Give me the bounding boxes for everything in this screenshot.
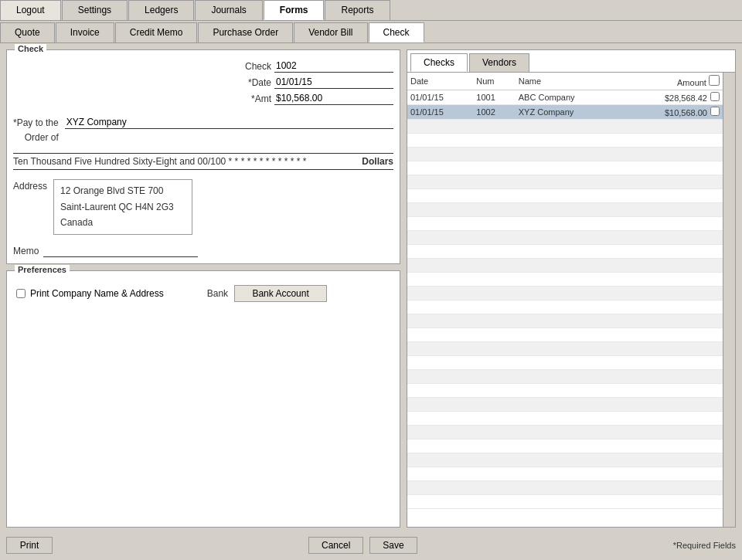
memo-input[interactable] bbox=[43, 246, 198, 257]
empty-row bbox=[407, 134, 723, 148]
bottom-left: Print bbox=[6, 537, 53, 554]
address-box: 12 Orange Blvd STE 700 Saint-Laurent QC … bbox=[53, 179, 192, 234]
nav-reports[interactable]: Reports bbox=[325, 0, 390, 20]
main-content: Check Check *Date *Amt bbox=[0, 43, 742, 534]
empty-row bbox=[407, 453, 723, 467]
nav-forms[interactable]: Forms bbox=[264, 0, 325, 20]
amount-words-row: Ten Thousand Five Hundred Sixty-Eight an… bbox=[13, 153, 393, 170]
empty-row bbox=[407, 148, 723, 161]
top-fields: Check *Date *Amt bbox=[13, 59, 393, 105]
table-row[interactable]: 01/01/15 1002 XYZ Company $10,568.00 bbox=[407, 105, 723, 120]
date-label: *Date bbox=[248, 77, 271, 88]
amt-row: *Amt bbox=[251, 92, 393, 105]
address-line1: 12 Orange Blvd STE 700 bbox=[60, 183, 186, 199]
pay-to-label2: Order of bbox=[25, 131, 59, 145]
subnav-vendor-bill[interactable]: Vendor Bill bbox=[294, 22, 367, 42]
cell-num: 1001 bbox=[473, 90, 516, 105]
col-date: Date bbox=[407, 73, 473, 90]
empty-row bbox=[407, 398, 723, 412]
dollars-label: Dollars bbox=[362, 156, 393, 167]
row-checkbox[interactable] bbox=[710, 92, 720, 101]
empty-row bbox=[407, 259, 723, 273]
empty-row bbox=[407, 370, 723, 384]
amount-words-text: Ten Thousand Five Hundred Sixty-Eight an… bbox=[13, 156, 357, 167]
empty-row bbox=[407, 120, 723, 134]
empty-row bbox=[407, 175, 723, 189]
cancel-button[interactable]: Cancel bbox=[308, 537, 363, 554]
empty-row bbox=[407, 231, 723, 245]
cell-name: ABC Company bbox=[516, 90, 621, 105]
cell-name: XYZ Company bbox=[516, 105, 621, 120]
select-all-checkbox[interactable] bbox=[709, 75, 720, 86]
empty-row bbox=[407, 467, 723, 481]
pay-to-input[interactable] bbox=[65, 116, 393, 129]
print-company-checkbox[interactable] bbox=[16, 289, 26, 298]
tab-vendors[interactable]: Vendors bbox=[469, 53, 529, 72]
empty-row bbox=[407, 217, 723, 231]
right-tabs: Checks Vendors bbox=[407, 50, 735, 73]
table-wrapper: Date Num Name Amount 0 bbox=[407, 73, 735, 527]
empty-row bbox=[407, 356, 723, 370]
top-nav: Logout Settings Ledgers Journals Forms R… bbox=[0, 0, 742, 21]
nav-ledgers[interactable]: Ledgers bbox=[128, 0, 194, 20]
amt-input[interactable] bbox=[274, 92, 393, 105]
memo-row: Memo bbox=[13, 246, 393, 257]
right-panel: Checks Vendors Date Num Name Amount bbox=[407, 49, 736, 528]
print-button[interactable]: Print bbox=[6, 537, 53, 554]
bank-account-button[interactable]: Bank Account bbox=[234, 285, 327, 302]
subnav-check[interactable]: Check bbox=[369, 22, 424, 42]
sub-nav: Quote Invoice Credit Memo Purchase Order… bbox=[0, 21, 742, 43]
empty-row bbox=[407, 342, 723, 356]
address-section: Address 12 Orange Blvd STE 700 Saint-Lau… bbox=[13, 179, 393, 234]
empty-row bbox=[407, 273, 723, 287]
right-panel-inner: Checks Vendors Date Num Name Amount bbox=[407, 50, 735, 527]
date-row: *Date bbox=[248, 76, 393, 89]
date-input[interactable] bbox=[274, 76, 393, 89]
col-name: Name bbox=[516, 73, 621, 90]
cell-num: 1002 bbox=[473, 105, 516, 120]
pay-to-label1: *Pay to the bbox=[13, 116, 59, 131]
empty-row bbox=[407, 440, 723, 453]
check-number-input[interactable] bbox=[274, 59, 393, 73]
nav-settings[interactable]: Settings bbox=[62, 0, 128, 20]
empty-row bbox=[407, 412, 723, 426]
table-row[interactable]: 01/01/15 1001 ABC Company $28,568.42 bbox=[407, 90, 723, 105]
subnav-purchase-order[interactable]: Purchase Order bbox=[198, 22, 293, 42]
empty-row bbox=[407, 287, 723, 300]
empty-row bbox=[407, 495, 723, 509]
col-amount: Amount bbox=[620, 73, 723, 90]
subnav-invoice[interactable]: Invoice bbox=[56, 22, 114, 42]
save-button[interactable]: Save bbox=[369, 537, 417, 554]
nav-logout[interactable]: Logout bbox=[0, 0, 61, 20]
preferences-section: Preferences Print Company Name & Address… bbox=[6, 270, 400, 528]
empty-row bbox=[407, 300, 723, 314]
empty-row bbox=[407, 314, 723, 328]
required-fields-text: *Required Fields bbox=[673, 541, 736, 550]
check-number-row: Check bbox=[245, 59, 393, 73]
subnav-credit-memo[interactable]: Credit Memo bbox=[115, 22, 198, 42]
pref-content: Print Company Name & Address Bank Bank A… bbox=[16, 285, 390, 302]
left-panel: Check Check *Date *Amt bbox=[6, 49, 400, 528]
address-label: Address bbox=[13, 179, 47, 234]
empty-row bbox=[407, 203, 723, 217]
row-checkbox[interactable] bbox=[710, 107, 720, 116]
bank-row: Bank Bank Account bbox=[207, 285, 327, 302]
print-company-label: Print Company Name & Address bbox=[30, 288, 164, 299]
empty-row bbox=[407, 328, 723, 342]
scrollbar[interactable] bbox=[723, 73, 735, 527]
print-company-checkbox-row: Print Company Name & Address bbox=[16, 288, 164, 299]
cell-amount: $10,568.00 bbox=[620, 105, 723, 120]
tab-checks[interactable]: Checks bbox=[410, 53, 468, 72]
table-container[interactable]: Date Num Name Amount 0 bbox=[407, 73, 723, 527]
empty-row bbox=[407, 384, 723, 398]
pay-to-row: *Pay to the Order of bbox=[13, 116, 393, 145]
address-line2: Saint-Laurent QC H4N 2G3 bbox=[60, 199, 186, 215]
nav-journals[interactable]: Journals bbox=[195, 0, 262, 20]
bottom-bar: Print Cancel Save *Required Fields bbox=[0, 534, 742, 557]
subnav-quote[interactable]: Quote bbox=[0, 22, 55, 42]
cell-date: 01/01/15 bbox=[407, 90, 473, 105]
check-number-label: Check bbox=[245, 61, 271, 72]
empty-row bbox=[407, 189, 723, 203]
address-line3: Canada bbox=[60, 215, 186, 230]
bank-label: Bank bbox=[207, 288, 228, 299]
